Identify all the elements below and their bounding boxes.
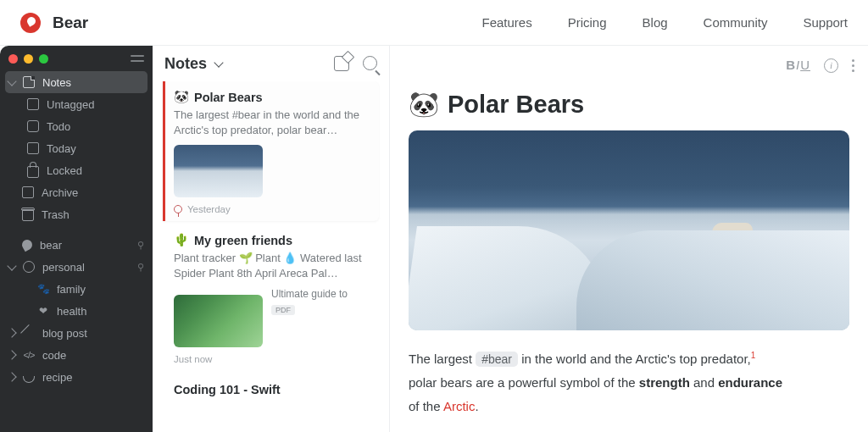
tag-item-health[interactable]: ❤ health bbox=[0, 300, 153, 322]
note-thumbnail bbox=[174, 295, 263, 347]
sidebar-item-untagged[interactable]: Untagged bbox=[0, 93, 153, 115]
calendar-icon bbox=[27, 142, 39, 154]
attachment-type-badge: PDF bbox=[271, 305, 295, 315]
more-icon[interactable] bbox=[852, 59, 854, 72]
feather-icon bbox=[20, 324, 37, 341]
tag-item-family[interactable]: 🐾 family bbox=[0, 278, 153, 300]
note-title-text: Coding 101 - Swift bbox=[174, 383, 281, 396]
sidebar-item-today[interactable]: Today bbox=[0, 137, 153, 159]
sidebar-item-trash[interactable]: Trash bbox=[0, 203, 153, 225]
pin-icon bbox=[174, 205, 182, 213]
info-icon[interactable]: i bbox=[824, 58, 838, 73]
note-icon bbox=[23, 76, 35, 88]
attachment-title: Ultimate guide to bbox=[271, 288, 348, 300]
note-card-polar-bears[interactable]: 🐼 Polar Bears The largest #bear in the w… bbox=[163, 81, 379, 221]
chevron-down-icon bbox=[7, 76, 16, 86]
app-sidebar: Notes Untagged Todo Today Locked Archive… bbox=[0, 46, 153, 432]
window-controls bbox=[0, 46, 153, 71]
note-card-coding-101[interactable]: Coding 101 - Swift bbox=[163, 374, 379, 403]
note-preview: The largest #bear in the world and the A… bbox=[174, 108, 370, 138]
tag-icon bbox=[27, 98, 39, 110]
tag-label: family bbox=[57, 283, 86, 296]
nav-features[interactable]: Features bbox=[482, 15, 532, 30]
chevron-right-icon bbox=[7, 372, 16, 381]
chevron-down-icon bbox=[7, 261, 16, 270]
note-preview: Plant tracker 🌱 Plant 💧 Watered last Spi… bbox=[174, 251, 370, 281]
nav-community[interactable]: Community bbox=[704, 15, 768, 30]
plant-icon: 🌵 bbox=[174, 233, 189, 247]
sidebar-label: Notes bbox=[42, 76, 71, 89]
bear-icon bbox=[20, 238, 34, 252]
compose-icon[interactable] bbox=[334, 56, 349, 71]
tag-item-recipe[interactable]: recipe bbox=[0, 366, 153, 388]
panda-icon: 🐼 bbox=[174, 90, 189, 104]
document-title-text: Polar Bears bbox=[448, 91, 584, 119]
sidebar-label: Locked bbox=[47, 164, 82, 177]
search-icon[interactable] bbox=[363, 56, 377, 70]
bowl-icon bbox=[23, 376, 35, 383]
tag-label: recipe bbox=[42, 371, 72, 384]
site-nav: Features Pricing Blog Community Support bbox=[482, 15, 849, 30]
nav-pricing[interactable]: Pricing bbox=[568, 15, 607, 30]
chevron-right-icon bbox=[7, 350, 16, 359]
sidebar-item-locked[interactable]: Locked bbox=[0, 159, 153, 181]
trash-icon bbox=[22, 209, 34, 221]
code-icon: </> bbox=[23, 349, 35, 361]
tag-label: blog post bbox=[42, 327, 87, 340]
sidebar-label: Today bbox=[47, 142, 76, 155]
tag-item-blogpost[interactable]: blog post bbox=[0, 322, 153, 344]
note-thumbnail bbox=[174, 145, 263, 197]
tag-label: health bbox=[57, 305, 86, 318]
hashtag-chip[interactable]: #bear bbox=[476, 352, 518, 367]
sidebar-label: Trash bbox=[42, 208, 70, 221]
sidebar-item-todo[interactable]: Todo bbox=[0, 115, 153, 137]
format-biu-button[interactable]: BIU bbox=[786, 58, 810, 73]
checkbox-icon bbox=[27, 120, 39, 132]
editor-toolbar: BIU i bbox=[786, 58, 854, 73]
pin-icon: ⚲ bbox=[137, 240, 144, 251]
notes-column: Notes 🐼 Polar Bears The largest #bear in… bbox=[153, 46, 390, 432]
tag-label: bear bbox=[40, 239, 62, 252]
polar-bear-figure bbox=[712, 223, 753, 241]
notes-header: Notes bbox=[153, 46, 389, 81]
archive-icon bbox=[22, 186, 34, 198]
note-list: 🐼 Polar Bears The largest #bear in the w… bbox=[153, 81, 389, 432]
hero-image bbox=[409, 130, 849, 330]
sidebar-item-archive[interactable]: Archive bbox=[0, 181, 153, 203]
face-icon bbox=[23, 261, 35, 273]
window-zoom-button[interactable] bbox=[39, 54, 48, 64]
notes-title[interactable]: Notes bbox=[164, 55, 207, 73]
brand-name: Bear bbox=[53, 14, 88, 32]
pin-icon: ⚲ bbox=[137, 262, 144, 273]
tag-label: personal bbox=[42, 261, 85, 274]
note-date: Yesterday bbox=[187, 204, 231, 214]
nav-support[interactable]: Support bbox=[803, 15, 848, 30]
editor-pane: BIU i 🐼 Polar Bears The largest #bear in… bbox=[390, 46, 868, 432]
settings-icon[interactable] bbox=[131, 53, 144, 64]
sidebar-label: Untagged bbox=[47, 98, 94, 111]
lock-icon bbox=[27, 166, 39, 178]
bear-logo-icon bbox=[20, 13, 41, 33]
document-title[interactable]: 🐼 Polar Bears bbox=[409, 90, 849, 119]
attachment-meta: Ultimate guide to PDF bbox=[271, 288, 348, 347]
site-header: Bear Features Pricing Blog Community Sup… bbox=[0, 0, 868, 46]
sidebar-item-notes[interactable]: Notes bbox=[5, 71, 147, 93]
footnote-ref[interactable]: 1 bbox=[751, 351, 756, 360]
window-minimize-button[interactable] bbox=[24, 54, 33, 64]
tag-label: code bbox=[42, 349, 66, 362]
heart-icon: ❤ bbox=[37, 305, 49, 317]
note-title-text: Polar Bears bbox=[194, 91, 263, 104]
chevron-down-icon[interactable] bbox=[214, 58, 223, 67]
link-arctic[interactable]: Arctic bbox=[443, 399, 476, 413]
note-card-green-friends[interactable]: 🌵 My green friends Plant tracker 🌱 Plant… bbox=[163, 224, 379, 371]
sidebar-label: Archive bbox=[42, 186, 78, 199]
sidebar-label: Todo bbox=[47, 120, 70, 133]
document-body[interactable]: The largest #bear in the world and the A… bbox=[409, 347, 849, 418]
tag-item-personal[interactable]: personal ⚲ bbox=[0, 256, 153, 278]
nav-blog[interactable]: Blog bbox=[643, 15, 668, 30]
panda-icon: 🐼 bbox=[409, 90, 439, 119]
window-close-button[interactable] bbox=[8, 54, 18, 64]
tag-item-bear[interactable]: bear ⚲ bbox=[0, 234, 153, 256]
note-title-text: My green friends bbox=[194, 234, 292, 247]
tag-item-code[interactable]: </> code bbox=[0, 344, 153, 366]
